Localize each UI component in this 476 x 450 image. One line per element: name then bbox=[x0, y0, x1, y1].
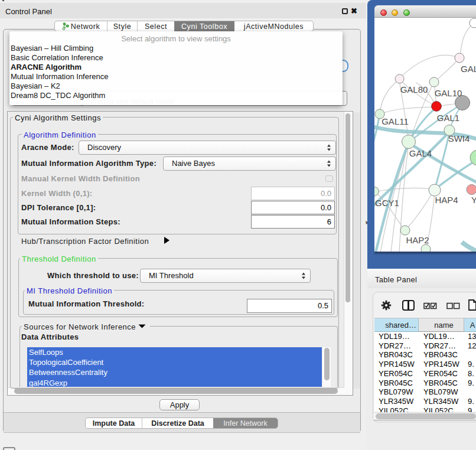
svg-text:HAP4: HAP4 bbox=[435, 195, 458, 205]
svg-text:GAL80: GAL80 bbox=[400, 84, 428, 94]
svg-text:GAL7: GAL7 bbox=[461, 64, 476, 74]
svg-text:GCY1: GCY1 bbox=[375, 198, 399, 208]
svg-text:GAL10: GAL10 bbox=[435, 88, 462, 98]
svg-text:GAL1: GAL1 bbox=[437, 113, 459, 123]
svg-text:GAL4: GAL4 bbox=[409, 148, 432, 158]
svg-text:SWI4: SWI4 bbox=[448, 133, 470, 144]
svg-text:YM: YM bbox=[471, 195, 476, 205]
svg-text:GAL11: GAL11 bbox=[382, 116, 409, 126]
svg-text:HAP2: HAP2 bbox=[406, 235, 429, 245]
